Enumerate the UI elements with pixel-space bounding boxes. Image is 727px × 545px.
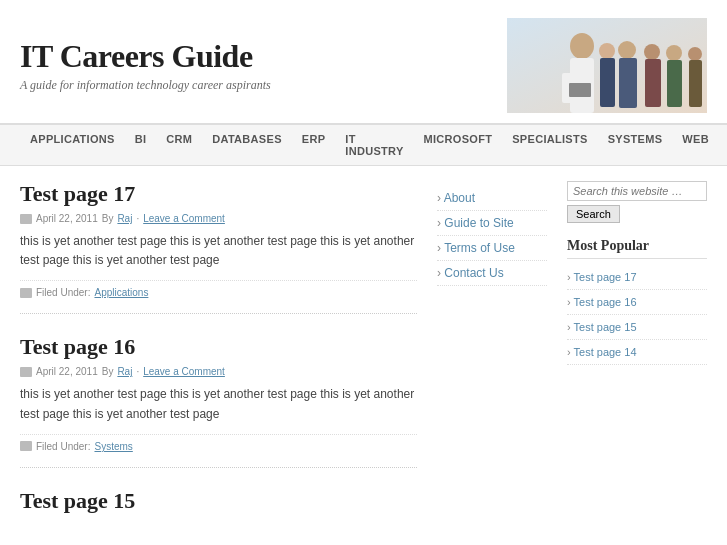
search-box: Search: [567, 181, 707, 223]
sidebar-right: Search Most Popular Test page 17 Test pa…: [567, 181, 707, 519]
nav-link-bi[interactable]: BI: [125, 125, 157, 153]
header-illustration: [507, 18, 707, 113]
svg-point-11: [688, 47, 702, 61]
svg-point-9: [666, 45, 682, 61]
site-title: IT Careers Guide: [20, 38, 271, 75]
sidebar-link-terms[interactable]: Terms of Use: [437, 241, 515, 255]
post-2-meta: April 22, 2011 By Raj · Leave a Comment: [20, 366, 417, 377]
post-2-date: April 22, 2011: [36, 366, 98, 377]
site-tagline: A guide for information technology caree…: [20, 78, 271, 93]
svg-rect-14: [600, 58, 615, 107]
main-nav: APPLICATIONS BI CRM DATABASES ERP IT IND…: [0, 124, 727, 166]
folder-icon-2: [20, 441, 32, 451]
popular-link-2[interactable]: Test page 16: [567, 296, 637, 308]
post-2-author[interactable]: Raj: [117, 366, 132, 377]
most-popular-section: Most Popular Test page 17 Test page 16 T…: [567, 238, 707, 365]
nav-list: APPLICATIONS BI CRM DATABASES ERP IT IND…: [20, 125, 707, 165]
sidebar-link-contact[interactable]: Contact Us: [437, 266, 504, 280]
calendar-icon: [20, 214, 32, 224]
nav-item-bi[interactable]: BI: [125, 125, 157, 165]
nav-item-crm[interactable]: CRM: [156, 125, 202, 165]
post-1-body: this is yet another test page this is ye…: [20, 232, 417, 270]
popular-item-1[interactable]: Test page 17: [567, 265, 707, 290]
content-area: Test page 17 April 22, 2011 By Raj · Lea…: [0, 166, 727, 534]
header-text: IT Careers Guide A guide for information…: [20, 38, 271, 93]
svg-rect-4: [569, 83, 591, 97]
post-2: Test page 16 April 22, 2011 By Raj · Lea…: [20, 334, 417, 467]
svg-rect-10: [667, 60, 682, 107]
sidebar-item-guide[interactable]: Guide to Site: [437, 211, 547, 236]
post-2-leave-comment[interactable]: Leave a Comment: [143, 366, 225, 377]
site-header: IT Careers Guide A guide for information…: [0, 0, 727, 124]
post-3-partial: Test page 15: [20, 488, 417, 514]
nav-item-it-industry[interactable]: IT INDUSTRY: [335, 125, 413, 165]
sidebar-item-terms[interactable]: Terms of Use: [437, 236, 547, 261]
post-1-leave-comment[interactable]: Leave a Comment: [143, 213, 225, 224]
sidebar-link-about[interactable]: About: [437, 191, 475, 205]
post-1-title: Test page 17: [20, 181, 417, 207]
post-2-by: By: [102, 366, 114, 377]
post-1: Test page 17 April 22, 2011 By Raj · Lea…: [20, 181, 417, 314]
sidebar-left-list: About Guide to Site Terms of Use Contact…: [437, 186, 547, 286]
calendar-icon-2: [20, 367, 32, 377]
svg-point-13: [599, 43, 615, 59]
post-1-by: By: [102, 213, 114, 224]
nav-link-databases[interactable]: DATABASES: [202, 125, 292, 153]
post-1-author[interactable]: Raj: [117, 213, 132, 224]
most-popular-list: Test page 17 Test page 16 Test page 15 T…: [567, 265, 707, 365]
post-1-comment-sep: ·: [136, 213, 139, 224]
post-2-title: Test page 16: [20, 334, 417, 360]
nav-item-databases[interactable]: DATABASES: [202, 125, 292, 165]
post-2-filed-label: Filed Under:: [36, 441, 90, 452]
post-2-category[interactable]: Systems: [94, 441, 132, 452]
nav-item-erp[interactable]: ERP: [292, 125, 336, 165]
post-2-comment-sep: ·: [136, 366, 139, 377]
nav-item-applications[interactable]: APPLICATIONS: [20, 125, 125, 165]
svg-rect-8: [645, 59, 661, 107]
main-content: Test page 17 April 22, 2011 By Raj · Lea…: [20, 181, 417, 519]
popular-link-3[interactable]: Test page 15: [567, 321, 637, 333]
svg-rect-12: [689, 60, 702, 107]
nav-link-specialists[interactable]: SPECIALISTS: [502, 125, 597, 153]
nav-link-applications[interactable]: APPLICATIONS: [20, 125, 125, 153]
popular-item-3[interactable]: Test page 15: [567, 315, 707, 340]
nav-link-microsoft[interactable]: MICROSOFT: [414, 125, 503, 153]
nav-link-it-industry[interactable]: IT INDUSTRY: [335, 125, 413, 165]
popular-link-4[interactable]: Test page 14: [567, 346, 637, 358]
sidebar-link-guide[interactable]: Guide to Site: [437, 216, 514, 230]
sidebar-item-about[interactable]: About: [437, 186, 547, 211]
nav-item-microsoft[interactable]: MICROSOFT: [414, 125, 503, 165]
nav-link-web[interactable]: WEB: [672, 125, 719, 153]
folder-icon: [20, 288, 32, 298]
post-1-footer: Filed Under: Applications: [20, 280, 417, 298]
sidebar-item-contact[interactable]: Contact Us: [437, 261, 547, 286]
svg-point-7: [644, 44, 660, 60]
nav-item-web[interactable]: WEB: [672, 125, 719, 165]
popular-item-2[interactable]: Test page 16: [567, 290, 707, 315]
nav-item-systems[interactable]: SYSTEMS: [598, 125, 673, 165]
most-popular-title: Most Popular: [567, 238, 707, 259]
popular-link-1[interactable]: Test page 17: [567, 271, 637, 283]
search-input[interactable]: [567, 181, 707, 201]
nav-item-specialists[interactable]: SPECIALISTS: [502, 125, 597, 165]
post-3-title: Test page 15: [20, 488, 417, 514]
post-1-meta: April 22, 2011 By Raj · Leave a Comment: [20, 213, 417, 224]
post-2-footer: Filed Under: Systems: [20, 434, 417, 452]
nav-link-crm[interactable]: CRM: [156, 125, 202, 153]
nav-link-systems[interactable]: SYSTEMS: [598, 125, 673, 153]
svg-rect-6: [619, 58, 637, 108]
sidebar-left: About Guide to Site Terms of Use Contact…: [437, 181, 547, 519]
search-button[interactable]: Search: [567, 205, 620, 223]
nav-link-erp[interactable]: ERP: [292, 125, 336, 153]
post-1-filed-label: Filed Under:: [36, 287, 90, 298]
header-image: [507, 18, 707, 113]
popular-item-4[interactable]: Test page 14: [567, 340, 707, 365]
post-1-date: April 22, 2011: [36, 213, 98, 224]
post-2-body: this is yet another test page this is ye…: [20, 385, 417, 423]
post-1-category[interactable]: Applications: [94, 287, 148, 298]
svg-point-5: [618, 41, 636, 59]
svg-point-1: [570, 33, 594, 59]
